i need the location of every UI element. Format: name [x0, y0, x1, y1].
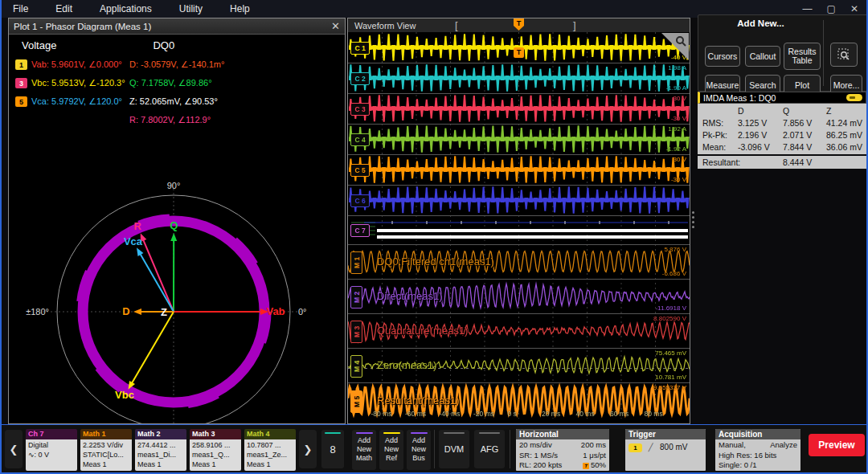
- imda-row: RMS:3.125 V7.856 V41.24 mV: [702, 117, 866, 129]
- expansion-bracket-right: ]: [573, 19, 576, 31]
- menu-item-utility[interactable]: Utility: [179, 3, 203, 14]
- imda-row-name: Pk-Pk:: [702, 129, 738, 141]
- menu-item-edit[interactable]: Edit: [55, 3, 72, 14]
- imda-col-z: Z: [826, 105, 866, 117]
- scale-readout: 5.876 V: [664, 246, 686, 253]
- channel-badge-m1[interactable]: M 1: [350, 251, 362, 274]
- close-icon[interactable]: ✕: [331, 20, 340, 32]
- channel-card-title: Ch 7: [26, 429, 77, 439]
- imda-header[interactable]: IMDA Meas 1: DQ0: [698, 92, 866, 104]
- menu-item-file[interactable]: File: [13, 3, 28, 14]
- time-axis-label: 40 ms: [576, 410, 595, 418]
- trigger-position-icon[interactable]: T: [514, 18, 524, 31]
- horizontal-title: Horizontal: [516, 429, 609, 439]
- channel-badge-c4[interactable]: C 4: [350, 133, 370, 146]
- magnifier-icon: [675, 35, 686, 47]
- trigger-level: 800 mV: [660, 443, 687, 452]
- menu-item-applications[interactable]: Applications: [100, 3, 152, 14]
- channel-card-math2[interactable]: Math 2274.4412 ...meas1_Di...Meas 1: [135, 429, 186, 471]
- add-new-math-button[interactable]: AddNewMath: [352, 430, 376, 470]
- math-waveform-label: Quadrature(meas1): [377, 325, 468, 337]
- panel-resize-grip[interactable]: [690, 207, 695, 231]
- voltage-readout: Vca: 5.9792V, ∠120.0°: [31, 96, 129, 107]
- scale-readout: 30 V: [674, 156, 686, 163]
- channel-badge-m3[interactable]: M 3: [350, 321, 362, 343]
- phasor-panel-titlebar[interactable]: Plot 1 - Phasor Diagram (Meas 1) ✕: [9, 18, 345, 35]
- horizontal-window: 200 ms: [581, 440, 606, 451]
- add-new-bus-button[interactable]: AddNewBus: [407, 430, 431, 470]
- scroll-right-button[interactable]: ❯: [299, 430, 317, 468]
- channel-card-line: Meas 1: [247, 460, 293, 469]
- channel-card-line: STATIC[Lo...: [83, 450, 129, 460]
- horizontal-panel[interactable]: Horizontal 20 ms/div200 ms SR: 1 MS/s1 μ…: [516, 429, 609, 471]
- trigger-level-icon[interactable]: T: [514, 47, 524, 58]
- channel-badge-c2[interactable]: C 2: [350, 72, 370, 85]
- channel-badge-c3[interactable]: C 3: [350, 103, 370, 116]
- menu-item-help[interactable]: Help: [230, 3, 250, 14]
- channel-card-math3[interactable]: Math 3258.9106 ...meas1_Q...Meas 1: [190, 429, 241, 471]
- acquisition-title: Acquisition: [715, 429, 800, 439]
- time-axis-label: 80 ms: [645, 410, 663, 418]
- channel-badge-c5[interactable]: C 5: [350, 164, 370, 177]
- channel-card-line: ∿: 0 V: [28, 450, 75, 460]
- phasor-readout-row: 1Vab: 5.9601V, ∠0.000°D: -3.0579V, ∠-140…: [15, 55, 340, 74]
- trigger-position: T50%: [583, 460, 606, 471]
- channel-badge-c7[interactable]: C 7: [350, 224, 370, 237]
- svg-text:Vbc: Vbc: [115, 389, 134, 401]
- imda-value: -3.096 V: [738, 141, 783, 153]
- minimize-button[interactable]: —: [803, 3, 813, 14]
- resultant-value: 8.444 V: [783, 156, 866, 169]
- resultant-label: Resultant:: [702, 156, 783, 169]
- phasor-panel-title: Plot 1 - Phasor Diagram (Meas 1): [14, 22, 151, 31]
- channel-card-line: meas1_Di...: [137, 450, 184, 460]
- scale-readout: 9.555337 V: [653, 384, 686, 391]
- afg-button[interactable]: AFG: [474, 430, 505, 468]
- channel-badge-c6[interactable]: C 6: [350, 194, 370, 207]
- channel-card-math4[interactable]: Math 410.7807 ...meas1_Ze...Meas 1: [244, 429, 296, 471]
- imda-value: 36.06 mV: [826, 141, 866, 153]
- preview-button[interactable]: Preview: [809, 434, 865, 456]
- channel-count-button[interactable]: 8: [321, 430, 344, 468]
- waveform-view-header[interactable]: Waveform View [ ] T: [348, 18, 690, 33]
- imda-row-name: RMS:: [702, 117, 738, 129]
- close-button[interactable]: ✕: [850, 3, 858, 14]
- scale-readout: -30 V: [671, 115, 686, 122]
- add-new-ref-button[interactable]: AddNewRef: [379, 430, 403, 470]
- channel-card-math1[interactable]: Math 12.2253 V/divSTATIC[Lo...Meas 1: [80, 429, 132, 471]
- channel-card-line: Meas 1: [192, 460, 239, 469]
- trigger-panel[interactable]: Trigger 1 ╱ 800 mV: [625, 429, 706, 471]
- phasor-vector-r: R: [134, 220, 174, 312]
- channel-card-line: 274.4412 ...: [137, 440, 184, 450]
- math-waveform-label: Resultant(meas1): [377, 394, 460, 407]
- rising-edge-icon: ╱: [649, 443, 653, 452]
- horizontal-scale: 20 ms/div: [519, 440, 552, 451]
- phasor-readout-row: 3Vbc: 5.9513V, ∠-120.3°Q: 7.1758V, ∠89.8…: [15, 74, 340, 92]
- svg-text:D: D: [122, 305, 129, 317]
- time-axis-label: 60 ms: [610, 410, 628, 418]
- meas-source-badge: [846, 94, 862, 101]
- voltage-readout: Vbc: 5.9513V, ∠-120.3°: [31, 78, 129, 88]
- channel-badge-m2[interactable]: M 2: [350, 286, 362, 309]
- channel-badge-m4[interactable]: M 4: [350, 355, 362, 378]
- channel-badge-m5[interactable]: M 5: [350, 390, 362, 413]
- imda-column-headers: DQZ: [702, 105, 866, 117]
- expansion-bracket-left: [: [455, 19, 458, 31]
- scroll-left-button[interactable]: ❮: [5, 430, 23, 468]
- channel-card-body: 2.2253 V/divSTATIC[Lo...Meas 1: [80, 439, 132, 471]
- add-callout-button[interactable]: Callout: [745, 46, 780, 67]
- acquisition-panel[interactable]: Acquisition Manual,Analyze High Res: 16 …: [715, 429, 800, 471]
- maximize-button[interactable]: ▢: [827, 3, 836, 14]
- channel-card-ch7[interactable]: Ch 7Digital∿: 0 V: [26, 429, 77, 471]
- channel-card-line: meas1_Q...: [192, 450, 239, 460]
- channel-badge-c1[interactable]: C 1: [350, 42, 370, 55]
- add-results-table-button[interactable]: Results Table: [784, 43, 821, 70]
- scale-readout: 1.98 A: [668, 64, 686, 72]
- draw-zoom-box-button[interactable]: [830, 43, 858, 67]
- divider: [823, 20, 824, 86]
- imda-value: 2.196 V: [738, 129, 783, 141]
- math-waveform-label: Zero(meas1): [377, 359, 436, 371]
- add-cursors-button[interactable]: Cursors: [705, 46, 740, 67]
- channel-card-title: Math 1: [80, 429, 132, 439]
- dvm-button[interactable]: DVM: [439, 430, 469, 468]
- voltage-column-header: Voltage: [22, 39, 56, 51]
